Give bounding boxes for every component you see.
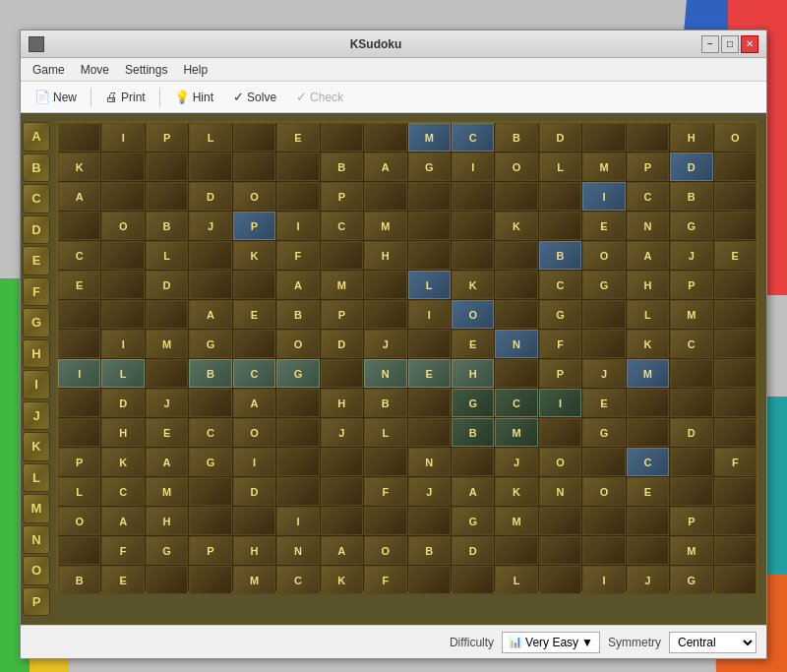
maximize-button[interactable]: □	[721, 35, 739, 53]
cell[interactable]: I	[408, 300, 451, 329]
cell[interactable]: L	[408, 271, 451, 299]
cell[interactable]: H	[364, 241, 406, 270]
cell[interactable]	[714, 182, 757, 211]
cell[interactable]: M	[670, 536, 712, 565]
cell[interactable]: K	[321, 566, 363, 594]
cell[interactable]: P	[189, 536, 231, 565]
cell[interactable]: C	[321, 212, 363, 240]
cell[interactable]: A	[146, 448, 188, 476]
cell[interactable]: C	[670, 330, 712, 358]
cell[interactable]	[714, 212, 757, 240]
cell[interactable]: K	[58, 153, 100, 181]
cell[interactable]: J	[321, 418, 363, 447]
cell[interactable]: F	[364, 477, 406, 506]
cell[interactable]: C	[101, 477, 144, 506]
cell[interactable]: O	[582, 241, 625, 270]
cell[interactable]	[146, 566, 188, 594]
cell[interactable]: H	[627, 271, 669, 299]
cell[interactable]: G	[452, 389, 494, 417]
menu-move[interactable]: Move	[73, 61, 117, 79]
cell[interactable]: O	[276, 330, 319, 358]
cell[interactable]	[582, 507, 625, 535]
cell[interactable]	[495, 300, 537, 329]
cell[interactable]: E	[582, 212, 625, 240]
cell[interactable]: B	[364, 389, 406, 417]
cell[interactable]: I	[539, 389, 581, 417]
cell[interactable]: L	[495, 566, 537, 594]
cell[interactable]	[539, 418, 581, 447]
cell[interactable]	[276, 389, 319, 417]
cell[interactable]: L	[146, 241, 188, 270]
cell[interactable]: D	[189, 182, 231, 211]
cell[interactable]: P	[670, 507, 712, 535]
cell[interactable]	[146, 153, 188, 181]
cell[interactable]: D	[452, 536, 494, 565]
cell[interactable]: C	[452, 123, 494, 152]
cell[interactable]	[670, 477, 712, 506]
cell[interactable]: B	[58, 566, 100, 594]
cell[interactable]	[582, 300, 625, 329]
cell[interactable]	[539, 507, 581, 535]
cell[interactable]	[101, 153, 144, 181]
cell[interactable]: G	[582, 418, 625, 447]
cell[interactable]: I	[101, 330, 144, 358]
cell[interactable]: J	[627, 566, 669, 594]
cell[interactable]	[714, 566, 757, 594]
cell[interactable]	[276, 153, 319, 181]
cell[interactable]: B	[276, 300, 319, 329]
cell[interactable]: P	[233, 212, 275, 240]
minimize-button[interactable]: −	[701, 35, 719, 53]
cell[interactable]: G	[276, 359, 319, 388]
cell[interactable]	[714, 389, 757, 417]
cell[interactable]	[714, 536, 757, 565]
cell[interactable]: K	[452, 271, 494, 299]
cell[interactable]: B	[321, 153, 363, 181]
cell[interactable]	[582, 123, 625, 152]
cell[interactable]: O	[582, 477, 625, 506]
cell[interactable]	[714, 330, 757, 358]
cell[interactable]: I	[58, 359, 100, 388]
cell[interactable]: O	[233, 418, 275, 447]
cell[interactable]: L	[627, 300, 669, 329]
cell[interactable]: O	[495, 153, 537, 181]
cell[interactable]: B	[189, 359, 231, 388]
cell[interactable]	[539, 566, 581, 594]
cell[interactable]	[714, 507, 757, 535]
cell[interactable]	[321, 507, 363, 535]
cell[interactable]: O	[539, 448, 581, 476]
cell[interactable]	[452, 448, 494, 476]
cell[interactable]: K	[233, 241, 275, 270]
cell[interactable]	[276, 477, 319, 506]
cell[interactable]	[670, 389, 712, 417]
cell[interactable]: M	[627, 359, 669, 388]
cell[interactable]	[627, 418, 669, 447]
cell[interactable]: A	[233, 389, 275, 417]
cell[interactable]: A	[321, 536, 363, 565]
cell[interactable]: F	[101, 536, 144, 565]
cell[interactable]	[364, 182, 406, 211]
cell[interactable]	[321, 123, 363, 152]
cell[interactable]	[321, 359, 363, 388]
hint-button[interactable]: 💡 Hint	[166, 87, 221, 107]
cell[interactable]	[101, 182, 144, 211]
cell[interactable]: O	[233, 182, 275, 211]
cell[interactable]	[364, 271, 406, 299]
cell[interactable]	[321, 241, 363, 270]
cell[interactable]	[58, 536, 100, 565]
solve-button[interactable]: ✓ Solve	[225, 87, 284, 107]
cell[interactable]	[189, 566, 231, 594]
cell[interactable]	[714, 418, 757, 447]
cell[interactable]: O	[452, 300, 494, 329]
cell[interactable]	[408, 418, 451, 447]
cell[interactable]: H	[101, 418, 144, 447]
cell[interactable]: I	[452, 153, 494, 181]
cell[interactable]	[714, 359, 757, 388]
cell[interactable]: M	[321, 271, 363, 299]
cell[interactable]: G	[408, 153, 451, 181]
cell[interactable]	[233, 153, 275, 181]
cell[interactable]: M	[408, 123, 451, 152]
cell[interactable]	[582, 330, 625, 358]
cell[interactable]	[146, 300, 188, 329]
cell[interactable]	[58, 389, 100, 417]
cell[interactable]: A	[364, 153, 406, 181]
